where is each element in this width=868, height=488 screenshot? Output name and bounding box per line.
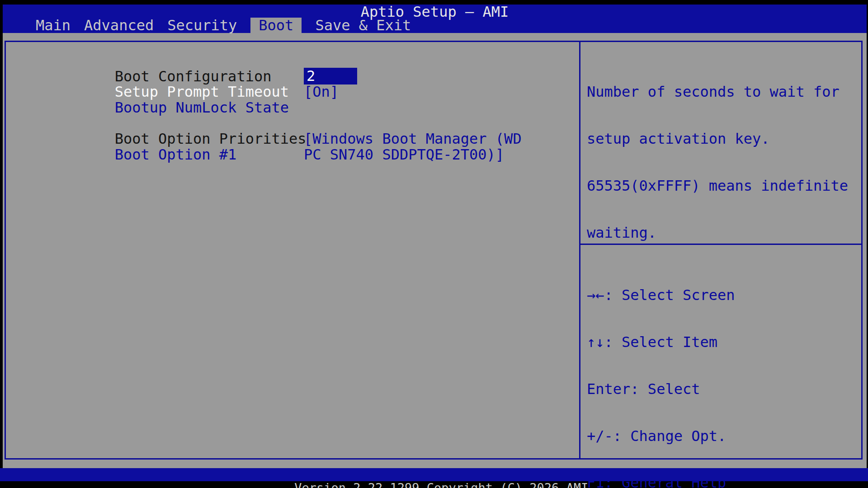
spacer-row	[6, 100, 579, 116]
setting-row-bootup-numlock-state[interactable]: Bootup NumLock State [On]	[6, 84, 579, 100]
legend-select-item: ↑↓: Select Item	[587, 334, 778, 350]
title-bar: Aptio Setup – AMI Main Advanced Security…	[3, 5, 867, 33]
setting-value-highlighted[interactable]: 2	[304, 68, 357, 84]
section-header-boot-option-priorities: Boot Option Priorities	[6, 115, 579, 131]
version-text: Version 2.22.1299 Copyright (C) 2026 AMI	[294, 481, 588, 488]
legend-enter-select: Enter: Select	[587, 381, 778, 397]
settings-panel: Boot Configuration Setup Prompt Timeout …	[6, 42, 580, 458]
setting-value[interactable]: [On]	[304, 84, 339, 100]
bios-screen: Aptio Setup – AMI Main Advanced Security…	[3, 5, 867, 481]
legend-change-opt: +/-: Change Opt.	[587, 428, 778, 444]
help-line: Number of seconds to wait for	[587, 84, 858, 100]
setting-value-continuation-row: PC SN740 SDDPTQE-2T00)]	[6, 147, 579, 163]
bios-setup-screen: { "title_bar": { "title": "Aptio Setup –…	[0, 0, 868, 488]
setting-row-setup-prompt-timeout[interactable]: Setup Prompt Timeout 2	[6, 69, 579, 84]
tab-advanced[interactable]: Advanced	[84, 18, 154, 33]
setting-value[interactable]: [Windows Boot Manager (WD	[304, 131, 522, 147]
setting-value-continuation: PC SN740 SDDPTQE-2T00)]	[304, 147, 504, 163]
tab-boot[interactable]: Boot	[250, 18, 302, 33]
key-legend: →←: Select Screen ↑↓: Select Item Enter:…	[587, 256, 778, 488]
settings-rows: Boot Configuration Setup Prompt Timeout …	[6, 53, 579, 162]
section-header-boot-configuration: Boot Configuration	[6, 53, 579, 69]
help-line: setup activation key.	[587, 131, 858, 147]
help-text: Number of seconds to wait for setup acti…	[587, 53, 858, 272]
setting-row-boot-option-1[interactable]: Boot Option #1 [Windows Boot Manager (WD	[6, 131, 579, 147]
help-panel: Number of seconds to wait for setup acti…	[580, 42, 861, 458]
main-panels: Boot Configuration Setup Prompt Timeout …	[5, 41, 863, 460]
tab-save-exit[interactable]: Save & Exit	[315, 18, 411, 33]
tab-security[interactable]: Security	[167, 18, 237, 33]
legend-select-screen: →←: Select Screen	[587, 287, 778, 303]
tab-main[interactable]: Main	[36, 18, 71, 33]
menu-bar: Main Advanced Security Boot Save & Exit	[36, 18, 411, 33]
legend-divider	[580, 244, 861, 245]
status-bar: Version 2.22.1299 Copyright (C) 2026 AMI	[0, 468, 868, 481]
help-line: waiting.	[587, 225, 858, 241]
help-line: 65535(0xFFFF) means indefinite	[587, 178, 858, 194]
